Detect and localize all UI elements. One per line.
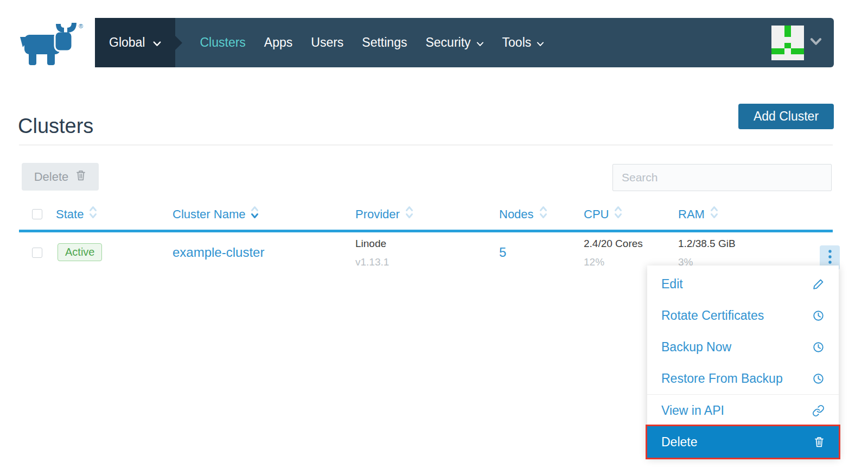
nav-item-apps[interactable]: Apps [255, 35, 302, 50]
nav-item-label: Tools [502, 35, 532, 50]
menu-item-label: Delete [661, 435, 697, 450]
identicon-pixel [797, 43, 804, 49]
column-header-provider[interactable]: Provider [355, 205, 413, 223]
trash-icon [75, 169, 86, 185]
identicon-pixel [791, 26, 797, 31]
cpu-cell: 2.4/20 Cores [584, 238, 643, 250]
identicon-pixel [791, 54, 797, 60]
identicon-pixel [771, 37, 778, 43]
identicon-pixel [784, 37, 791, 43]
svg-text:®: ® [79, 23, 83, 29]
column-header-cluster-name[interactable]: Cluster Name [173, 205, 259, 223]
column-header-cpu[interactable]: CPU [584, 205, 622, 223]
identicon-pixel [778, 37, 784, 43]
chevron-down-icon [537, 35, 544, 50]
history-icon [812, 372, 825, 385]
identicon-pixel [771, 43, 778, 49]
identicon-pixel [784, 48, 791, 54]
avatar [771, 26, 804, 60]
column-header-ram[interactable]: RAM [678, 205, 718, 223]
column-header-label: RAM [678, 207, 705, 222]
nav-item-clusters[interactable]: Clusters [190, 35, 254, 50]
sort-icon [539, 205, 547, 223]
identicon-pixel [791, 31, 797, 37]
identicon-pixel [771, 26, 778, 31]
provider-version: v1.13.1 [355, 256, 389, 268]
nav-item-users[interactable]: Users [302, 35, 353, 50]
top-navbar: Global ClustersAppsUsersSettingsSecurity… [95, 18, 834, 67]
column-header-label: CPU [584, 207, 609, 222]
sort-icon [614, 205, 622, 223]
identicon-pixel [784, 54, 791, 60]
identicon-pixel [791, 48, 797, 54]
identicon-pixel [784, 43, 791, 49]
divider [19, 144, 833, 146]
identicon-pixel [797, 26, 804, 31]
column-header-label: Cluster Name [173, 207, 245, 222]
provider-cell: Linode [355, 238, 386, 250]
rancher-logo: ® [18, 22, 86, 69]
identicon-pixel [771, 54, 778, 60]
nodes-link[interactable]: 5 [499, 245, 506, 260]
nav-item-label: Clusters [200, 35, 245, 50]
ram-cell: 1.2/38.5 GiB [678, 238, 736, 250]
bulk-delete-button[interactable]: Delete [22, 163, 99, 191]
menu-item-label: View in API [661, 403, 724, 418]
column-header-label: State [56, 207, 84, 222]
identicon-pixel [797, 54, 804, 60]
column-header-state[interactable]: State [56, 205, 97, 223]
cluster-name-link[interactable]: example-cluster [173, 245, 264, 260]
env-dropdown[interactable]: Global [95, 18, 175, 67]
identicon-pixel [797, 31, 804, 37]
user-menu[interactable] [771, 18, 834, 67]
identicon-pixel [797, 48, 804, 54]
row-select-checkbox[interactable] [32, 248, 42, 258]
identicon-pixel [778, 48, 784, 54]
nav-item-label: Security [425, 35, 470, 50]
menu-item-edit[interactable]: Edit [647, 268, 839, 300]
menu-item-label: Edit [661, 277, 683, 292]
identicon-pixel [771, 48, 778, 54]
nav-item-settings[interactable]: Settings [353, 35, 416, 50]
nav-item-label: Users [311, 35, 343, 50]
nav-item-tools[interactable]: Tools [493, 35, 554, 50]
menu-item-label: Rotate Certificates [661, 308, 764, 323]
nav-item-security[interactable]: Security [416, 35, 493, 50]
add-cluster-button[interactable]: Add Cluster [738, 104, 834, 129]
link-icon [812, 404, 825, 417]
cpu-percent: 12% [584, 256, 604, 268]
table-header-underline [19, 230, 833, 232]
menu-item-delete[interactable]: Delete [647, 426, 839, 458]
sort-icon [405, 205, 413, 223]
select-all-checkbox[interactable] [32, 209, 42, 219]
menu-item-view-in-api[interactable]: View in API [647, 395, 839, 426]
menu-item-rotate-certificates[interactable]: Rotate Certificates [647, 300, 839, 331]
identicon-pixel [791, 43, 797, 49]
identicon-pixel [778, 26, 784, 31]
column-header-label: Provider [355, 207, 400, 222]
menu-item-label: Backup Now [661, 340, 731, 355]
menu-item-backup-now[interactable]: Backup Now [647, 331, 839, 363]
page-title: Clusters [18, 115, 93, 138]
identicon-pixel [797, 37, 804, 43]
sort-icon [251, 205, 259, 223]
bulk-delete-label: Delete [34, 170, 69, 184]
identicon-pixel [784, 31, 791, 37]
history-icon [812, 341, 825, 353]
chevron-down-icon [476, 35, 484, 50]
column-header-nodes[interactable]: Nodes [499, 205, 547, 223]
pencil-icon [812, 278, 825, 290]
menu-item-restore-from-backup[interactable]: Restore From Backup [647, 363, 839, 394]
row-actions-menu: EditRotate CertificatesBackup NowRestore… [647, 265, 839, 458]
sort-icon [710, 205, 718, 223]
nav-item-label: Apps [264, 35, 292, 50]
nav-item-label: Settings [362, 35, 407, 50]
identicon-pixel [771, 31, 778, 37]
trash-icon [814, 436, 825, 448]
identicon-pixel [778, 31, 784, 37]
search-input[interactable] [612, 164, 832, 191]
identicon-pixel [778, 54, 784, 60]
chevron-down-icon [153, 35, 161, 50]
nav-items: ClustersAppsUsersSettingsSecurityTools [190, 18, 553, 67]
sort-icon [89, 205, 97, 223]
